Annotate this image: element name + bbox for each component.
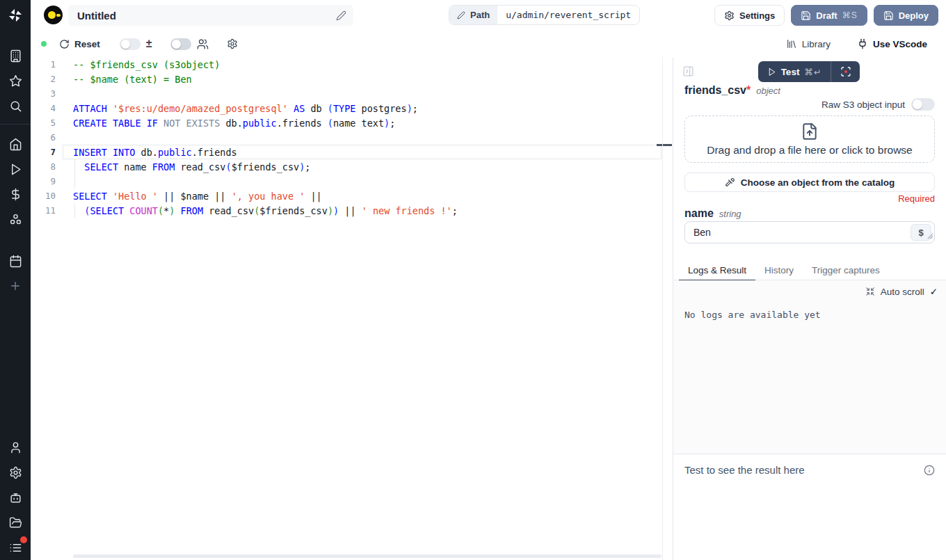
collapse-panel-icon[interactable] (682, 65, 694, 77)
diff-mode-toggle[interactable] (120, 38, 141, 50)
arg-name: name (684, 207, 714, 220)
user-icon[interactable] (0, 435, 31, 460)
runs-play-icon[interactable] (0, 157, 31, 182)
editor-scrollbar-track (662, 57, 663, 560)
line-number[interactable]: 8 (31, 161, 65, 172)
line-number[interactable]: 1 (31, 59, 65, 70)
result-tabs: Logs & Result History Trigger captures (673, 263, 946, 280)
code-text: (SELECT COUNT(*) FROM read_csv($friends_… (65, 205, 458, 216)
choose-catalog-button[interactable]: Choose an object from the catalog (684, 173, 935, 192)
arg-type: object (756, 86, 780, 96)
test-button-group: Test ⌘↵ (758, 61, 860, 82)
code-line-3[interactable]: 3 (31, 86, 662, 101)
line-number[interactable]: 7 (31, 147, 65, 157)
deploy-label: Deploy (899, 10, 929, 21)
code-line-8[interactable]: 8 SELECT name FROM read_csv($friends_csv… (31, 159, 662, 174)
line-number[interactable]: 9 (31, 176, 65, 186)
windmill-logo-icon[interactable] (0, 0, 31, 31)
autoscroll-label[interactable]: Auto scroll (881, 287, 924, 297)
result-placeholder: Test to see the result here (684, 464, 805, 476)
multiplayer-users-icon[interactable] (197, 38, 209, 50)
code-line-5[interactable]: 5CREATE TABLE IF NOT EXISTS db.public.fr… (31, 115, 662, 130)
code-line-7[interactable]: 7INSERT INTO db.public.friends (31, 145, 662, 159)
capture-test-icon[interactable] (831, 61, 860, 82)
folders-icon[interactable] (0, 510, 31, 535)
draft-button[interactable]: Draft ⌘S (791, 5, 867, 26)
arg-name: friends_csv (684, 84, 746, 96)
code-text: INSERT INTO db.public.friends (65, 147, 237, 158)
path-edit-button[interactable]: Path (449, 6, 497, 24)
tab-history[interactable]: History (755, 263, 803, 281)
script-title-input[interactable] (77, 10, 336, 22)
library-label: Library (802, 39, 831, 49)
line-number[interactable]: 11 (31, 205, 65, 216)
code-line-6[interactable]: 6 (31, 130, 662, 145)
raw-s3-label: Raw S3 object input (821, 99, 905, 110)
code-text: CREATE TABLE IF NOT EXISTS db.public.fri… (65, 118, 395, 129)
audit-logs-list-icon[interactable] (0, 535, 31, 560)
run-panel: Test ⌘↵ friends_csv* object Raw S3 objec… (673, 57, 946, 560)
line-number[interactable]: 2 (31, 74, 65, 84)
settings-gear-icon[interactable] (0, 460, 31, 485)
test-button[interactable]: Test ⌘↵ (758, 61, 831, 82)
notification-badge (20, 536, 27, 543)
path-value: u/admin/reverent_script (497, 6, 639, 24)
schedules-calendar-icon[interactable] (0, 248, 31, 273)
choose-catalog-label: Choose an object from the catalog (741, 177, 895, 188)
indent-guide (74, 203, 75, 218)
test-shortcut: ⌘↵ (804, 67, 821, 77)
overview-ruler-cursor-mark (657, 144, 672, 146)
use-vscode-button[interactable]: Use VScode (857, 38, 927, 49)
resize-grip[interactable] (927, 230, 933, 242)
info-icon[interactable] (924, 465, 935, 476)
autoscroll-checkmark[interactable]: ✓ (930, 286, 938, 297)
deploy-button[interactable]: Deploy (874, 5, 938, 26)
status-dot (41, 41, 47, 47)
code-line-1[interactable]: 1-- $friends_csv (s3object) (31, 57, 662, 72)
settings-button[interactable]: Settings (714, 5, 785, 26)
multiplayer-toggle[interactable] (170, 38, 191, 50)
editor-settings-gear-icon[interactable] (227, 38, 238, 49)
code-line-4[interactable]: 4ATTACH '$res:u/demo/amazed_postgresql' … (31, 101, 662, 115)
reset-button[interactable]: Reset (59, 39, 100, 49)
line-number[interactable]: 10 (31, 191, 65, 201)
file-dropzone[interactable]: Drag and drop a file here or click to br… (684, 115, 935, 163)
line-number[interactable]: 6 (31, 132, 65, 143)
horizontal-scrollbar[interactable] (73, 554, 662, 558)
reset-label: Reset (74, 39, 100, 49)
expand-logs-icon[interactable] (865, 287, 875, 296)
code-editor[interactable]: 1-- $friends_csv (s3object)2-- $name (te… (31, 57, 662, 560)
edit-title-pencil-icon[interactable] (336, 10, 346, 21)
line-number[interactable]: 5 (31, 118, 65, 128)
code-line-11[interactable]: 11 (SELECT COUNT(*) FROM read_csv($frien… (31, 203, 662, 218)
logs-pane: Auto scroll ✓ No logs are available yet (673, 280, 946, 454)
home-icon[interactable] (0, 131, 31, 157)
path-pill[interactable]: Path u/admin/reverent_script (449, 5, 640, 25)
workspace-icon[interactable] (0, 43, 31, 68)
line-number[interactable]: 3 (31, 88, 65, 99)
line-number[interactable]: 4 (31, 103, 65, 113)
code-line-10[interactable]: 10SELECT 'Hello ' || $name || ', you hav… (31, 189, 662, 203)
code-text: -- $name (text) = Ben (65, 74, 192, 85)
workers-bot-icon[interactable] (0, 485, 31, 510)
tab-trigger-captures[interactable]: Trigger captures (803, 263, 889, 281)
search-icon[interactable] (0, 93, 31, 118)
code-text: SELECT 'Hello ' || $name || ', you have … (65, 191, 322, 202)
resources-icon[interactable] (0, 207, 31, 232)
raw-s3-toggle[interactable] (911, 98, 935, 111)
tab-logs-result[interactable]: Logs & Result (679, 263, 755, 281)
use-vscode-label: Use VScode (873, 39, 927, 49)
code-line-2[interactable]: 2-- $name (text) = Ben (31, 72, 662, 86)
code-text: -- $friends_csv (s3object) (65, 59, 220, 70)
script-title-field[interactable] (68, 5, 353, 26)
name-input[interactable] (685, 222, 904, 243)
variables-dollar-icon[interactable] (0, 182, 31, 207)
library-button[interactable]: Library (786, 38, 831, 49)
favorites-star-icon[interactable] (0, 68, 31, 93)
arg-friends-csv-label: friends_csv* object (684, 84, 780, 97)
required-hint: Required (898, 193, 935, 204)
create-plus-icon[interactable] (0, 273, 31, 298)
top-bar: Path u/admin/reverent_script Settings Dr… (31, 0, 946, 31)
diff-icon[interactable]: ± (146, 38, 152, 50)
code-line-9[interactable]: 9 (31, 174, 662, 189)
